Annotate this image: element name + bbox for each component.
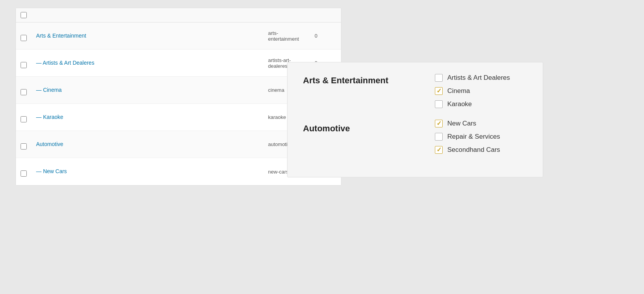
panel-item-label-0-0: Artists & Art Dealeres xyxy=(447,74,510,82)
section-items-group-1: ✓New CarsRepair & Services✓Secondhand Ca… xyxy=(427,120,527,154)
page-container: Arts & Entertainment arts-entertainment … xyxy=(8,8,636,286)
row-checkbox-1[interactable] xyxy=(21,62,27,68)
section-title-0: Arts & Entertainment xyxy=(303,76,412,86)
panel-item-label-1-1: Repair & Services xyxy=(447,133,500,141)
checkmark-icon: ✓ xyxy=(436,120,441,127)
panel-item-1-2[interactable]: ✓Secondhand Cars xyxy=(435,146,527,154)
row-checkbox-5[interactable] xyxy=(21,170,27,177)
row-name-cell-2: — Cinema xyxy=(31,83,109,98)
table-header xyxy=(16,8,341,22)
row-checkbox-cell-4[interactable] xyxy=(16,139,31,150)
table-row: Arts & Entertainment arts-entertainment … xyxy=(16,22,341,50)
panel-layout: Arts & EntertainmentAutomotiveArtists & … xyxy=(303,74,527,165)
header-users xyxy=(310,12,341,18)
panel-item-label-1-0: New Cars xyxy=(447,120,476,127)
section-title-1: Automotive xyxy=(303,124,412,134)
row-checkbox-cell-0[interactable] xyxy=(16,31,31,41)
row-checkbox-cell-2[interactable] xyxy=(16,85,31,95)
row-name-link-0[interactable]: Arts & Entertainment xyxy=(36,33,86,39)
header-slug xyxy=(263,12,310,18)
row-name-cell-0: Arts & Entertainment xyxy=(31,28,109,44)
row-name-link-1[interactable]: — Artists & Art Dealeres xyxy=(36,60,94,66)
custom-checkbox-0-1[interactable]: ✓ xyxy=(435,87,443,95)
row-checkbox-cell-1[interactable] xyxy=(16,58,31,68)
custom-checkbox-0-0[interactable] xyxy=(435,74,443,82)
panel-item-1-0[interactable]: ✓New Cars xyxy=(435,120,527,127)
category-selection-panel: Arts & EntertainmentAutomotiveArtists & … xyxy=(287,62,543,177)
row-desc-cell-0 xyxy=(109,32,263,40)
row-desc-cell-5 xyxy=(109,168,263,175)
row-checkbox-0[interactable] xyxy=(21,35,27,41)
row-name-link-4[interactable]: Automotive xyxy=(36,141,63,147)
panel-item-label-1-2: Secondhand Cars xyxy=(447,146,500,154)
panel-item-0-1[interactable]: ✓Cinema xyxy=(435,87,527,95)
panel-item-0-0[interactable]: Artists & Art Dealeres xyxy=(435,74,527,82)
panel-items-0: Artists & Art Dealeres✓CinemaKaraoke xyxy=(435,74,527,108)
row-name-cell-3: — Karaoke xyxy=(31,110,109,125)
section-items: Artists & Art Dealeres✓CinemaKaraoke✓New… xyxy=(427,74,527,165)
panel-item-0-2[interactable]: Karaoke xyxy=(435,100,527,108)
row-checkbox-4[interactable] xyxy=(21,143,27,150)
row-desc-cell-3 xyxy=(109,113,263,121)
row-checkbox-3[interactable] xyxy=(21,116,27,122)
section-titles: Arts & EntertainmentAutomotive xyxy=(303,74,412,165)
row-name-link-3[interactable]: — Karaoke xyxy=(36,114,63,120)
select-all-checkbox[interactable] xyxy=(21,12,27,18)
header-checkbox-cell xyxy=(16,12,31,18)
row-desc-cell-1 xyxy=(109,59,263,67)
panel-item-1-1[interactable]: Repair & Services xyxy=(435,133,527,141)
row-desc-cell-4 xyxy=(109,141,263,148)
custom-checkbox-0-2[interactable] xyxy=(435,100,443,108)
row-users-cell-0: 0 xyxy=(310,29,341,43)
row-name-cell-4: Automotive xyxy=(31,137,109,152)
row-checkbox-2[interactable] xyxy=(21,89,27,95)
row-name-cell-1: — Artists & Art Dealeres xyxy=(31,55,109,71)
header-description xyxy=(109,12,263,18)
row-slug-cell-0: arts-entertainment xyxy=(263,26,310,46)
checkmark-icon: ✓ xyxy=(436,88,441,94)
section-items-group-0: Artists & Art Dealeres✓CinemaKaraoke xyxy=(427,74,527,108)
custom-checkbox-1-0[interactable]: ✓ xyxy=(435,120,443,127)
row-desc-cell-2 xyxy=(109,86,263,94)
header-name xyxy=(31,12,109,18)
custom-checkbox-1-2[interactable]: ✓ xyxy=(435,146,443,154)
row-name-link-5[interactable]: — New Cars xyxy=(36,168,67,174)
row-name-cell-5: — New Cars xyxy=(31,164,109,179)
row-checkbox-cell-5[interactable] xyxy=(16,167,31,177)
row-name-link-2[interactable]: — Cinema xyxy=(36,87,62,93)
panel-items-1: ✓New CarsRepair & Services✓Secondhand Ca… xyxy=(435,120,527,154)
panel-item-label-0-1: Cinema xyxy=(447,87,470,95)
checkmark-icon: ✓ xyxy=(436,147,441,153)
row-checkbox-cell-3[interactable] xyxy=(16,112,31,122)
custom-checkbox-1-1[interactable] xyxy=(435,133,443,141)
panel-item-label-0-2: Karaoke xyxy=(447,100,472,108)
